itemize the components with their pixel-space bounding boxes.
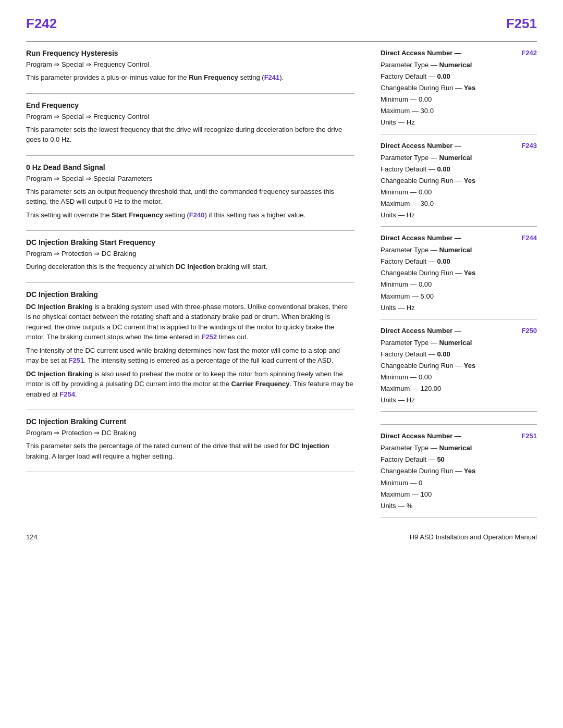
right-section-dc-injection-current: Direct Access Number — F251Parameter Typ… — [381, 425, 537, 517]
right-section-dc-injection-braking-start: Direct Access Number — F250Parameter Typ… — [381, 319, 537, 412]
right-section-title-end-frequency: Direct Access Number — F243 — [381, 142, 537, 150]
manual-title: H9 ASD Installation and Operation Manual — [410, 533, 537, 541]
right-section-run-freq-hysteresis: Direct Access Number — F242Parameter Typ… — [381, 42, 537, 134]
maximum-label: Maximum — — [381, 292, 419, 300]
param-type-label: Parameter Type — — [381, 444, 437, 452]
changeable-label: Changeable During Run — — [381, 84, 462, 92]
direct-access-label: Direct Access Number — — [381, 142, 461, 150]
factory-default-row: Factory Default — 0.00 — [381, 256, 537, 267]
right-column: Direct Access Number — F242Parameter Typ… — [370, 41, 537, 517]
changeable-label: Changeable During Run — — [381, 177, 462, 184]
minimum-label: Minimum — — [381, 95, 417, 103]
bold-text: DC Injection — [176, 263, 215, 270]
units-row: Units — Hz — [381, 117, 537, 128]
units-row: Units — Hz — [381, 209, 537, 221]
units-row: Units — Hz — [381, 302, 537, 314]
factory-default-row: Factory Default — 0.00 — [381, 349, 537, 360]
factory-default-label: Factory Default — — [381, 455, 435, 463]
maximum-row: Maximum — 100 — [381, 489, 537, 500]
section-title-dc-injection-braking-start: DC Injection Braking Start Frequency — [26, 238, 354, 246]
section-path-dc-injection-braking-start: Program ⇒ Protection ⇒ DC Braking — [26, 250, 354, 257]
bold-text: DC Injection Braking — [26, 303, 93, 311]
changeable-row: Changeable During Run — Yes — [381, 175, 537, 187]
units-label: Units — — [381, 502, 405, 510]
maximum-row: Maximum — 120.00 — [381, 383, 537, 394]
section-body-run-freq-hysteresis: This parameter provides a plus-or-minus … — [26, 72, 354, 83]
minimum-row: Minimum — 0.00 — [381, 372, 537, 383]
param-type-label: Parameter Type — — [381, 61, 437, 69]
changeable-row: Changeable During Run — Yes — [381, 82, 537, 94]
section-dc-injection-braking-start: DC Injection Braking Start FrequencyProg… — [26, 231, 354, 283]
link-ref: F240 — [189, 211, 205, 219]
maximum-row: Maximum — 5.00 — [381, 291, 537, 302]
section-title-dc-injection-current: DC Injection Braking Current — [26, 417, 354, 426]
right-section-title-dc-injection-current: Direct Access Number — F251 — [381, 432, 537, 440]
section-paragraph: This parameter provides a plus-or-minus … — [26, 72, 354, 83]
right-section-title-hz-dead-band: Direct Access Number — F244 — [381, 234, 537, 242]
changeable-label: Changeable During Run — — [381, 362, 462, 369]
factory-default-row: Factory Default — 0.00 — [381, 71, 537, 82]
section-title-end-frequency: End Frequency — [26, 101, 354, 109]
link-ref: F254 — [59, 390, 75, 398]
units-label: Units — — [381, 304, 405, 312]
changeable-row: Changeable During Run — Yes — [381, 465, 537, 477]
factory-default-row: Factory Default — 0.00 — [381, 164, 537, 175]
left-column: Run Frequency HysteresisProgram ⇒ Specia… — [26, 41, 370, 517]
bold-text: Start Frequency — [112, 211, 163, 219]
section-title-run-freq-hysteresis: Run Frequency Hysteresis — [26, 49, 354, 57]
param-type-label: Parameter Type — — [381, 339, 437, 347]
minimum-row: Minimum — 0.00 — [381, 187, 537, 198]
section-end-frequency: End FrequencyProgram ⇒ Special ⇒ Frequen… — [26, 94, 354, 156]
section-paragraph: During deceleration this is the frequenc… — [26, 262, 354, 272]
section-paragraph: This parameter sets the lowest frequency… — [26, 125, 354, 145]
direct-access-code: F242 — [518, 49, 537, 57]
main-content: Run Frequency HysteresisProgram ⇒ Specia… — [26, 41, 537, 517]
minimum-label: Minimum — — [381, 373, 417, 381]
direct-access-code: F243 — [518, 142, 537, 150]
bold-text: Carrier Frequency — [231, 380, 290, 388]
minimum-label: Minimum — — [381, 188, 417, 196]
section-path-end-frequency: Program ⇒ Special ⇒ Frequency Control — [26, 113, 354, 120]
section-dc-injection-braking: DC Injection BrakingDC Injection Braking… — [26, 283, 354, 411]
changeable-row: Changeable During Run — Yes — [381, 267, 537, 279]
section-path-hz-dead-band: Program ⇒ Special ⇒ Special Parameters — [26, 175, 354, 182]
section-paragraph: This parameter sets the percentage of th… — [26, 441, 354, 461]
direct-access-code: F250 — [518, 327, 537, 335]
section-body-end-frequency: This parameter sets the lowest frequency… — [26, 125, 354, 145]
param-type-row: Parameter Type — Numerical — [381, 442, 537, 454]
param-type-label: Parameter Type — — [381, 246, 437, 254]
factory-default-label: Factory Default — — [381, 165, 435, 173]
section-paragraph: The intensity of the DC current used whi… — [26, 346, 354, 366]
right-section-title-run-freq-hysteresis: Direct Access Number — F242 — [381, 49, 537, 57]
units-row: Units — Hz — [381, 394, 537, 406]
units-label: Units — — [381, 118, 405, 126]
direct-access-label: Direct Access Number — — [381, 432, 461, 440]
direct-access-code: F244 — [518, 234, 537, 242]
section-path-dc-injection-current: Program ⇒ Protection ⇒ DC Braking — [26, 429, 354, 437]
param-type-row: Parameter Type — Numerical — [381, 59, 537, 71]
bold-text: DC Injection — [290, 442, 329, 450]
section-title-dc-injection-braking: DC Injection Braking — [26, 290, 354, 299]
header-left: F242 — [26, 16, 57, 32]
header-right: F251 — [506, 16, 537, 32]
units-label: Units — — [381, 211, 405, 219]
param-type-row: Parameter Type — Numerical — [381, 337, 537, 349]
maximum-label: Maximum — — [381, 200, 419, 207]
minimum-row: Minimum — 0.00 — [381, 279, 537, 290]
page-header: F242 F251 — [26, 16, 537, 32]
bold-text: DC Injection Braking — [26, 370, 93, 378]
bold-text: Run Frequency — [189, 73, 238, 81]
link-ref: F241 — [264, 73, 280, 81]
maximum-label: Maximum — — [381, 490, 419, 498]
section-paragraph: DC Injection Braking is also used to pre… — [26, 369, 354, 400]
section-path-run-freq-hysteresis: Program ⇒ Special ⇒ Frequency Control — [26, 60, 354, 68]
direct-access-label: Direct Access Number — — [381, 234, 461, 242]
changeable-row: Changeable During Run — Yes — [381, 360, 537, 372]
units-label: Units — — [381, 396, 405, 404]
minimum-label: Minimum — — [381, 280, 417, 288]
factory-default-label: Factory Default — — [381, 350, 435, 358]
direct-access-label: Direct Access Number — — [381, 49, 461, 57]
section-title-hz-dead-band: 0 Hz Dead Band Signal — [26, 163, 354, 171]
section-paragraph: This setting will override the Start Fre… — [26, 210, 354, 220]
maximum-label: Maximum — — [381, 107, 419, 115]
